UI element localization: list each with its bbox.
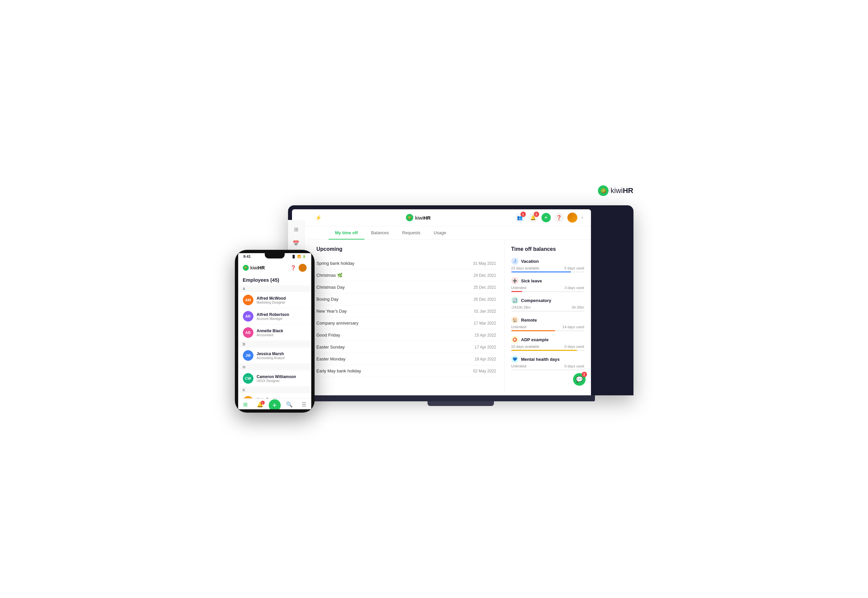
phone-nav-add-btn[interactable]: + <box>269 399 281 409</box>
event-date: 25 Dec 2021 <box>474 285 496 290</box>
event-date: 18 Apr 2022 <box>475 357 496 362</box>
event-row: Company anniversary 17 Mar 2022 <box>317 317 496 329</box>
phone-help-icon[interactable]: ❓ <box>290 265 296 271</box>
balance-icon: 🔄 <box>511 297 518 304</box>
balance-item: 🏖 Vacation 23 days available 5 days used <box>511 257 584 272</box>
phone-bottom-nav: ⊞ Dashboard 🔔 1 Notifications + 🔍 Search… <box>238 398 311 409</box>
balance-right: 0h 00m <box>572 305 584 309</box>
balance-item: 💙 Mental health days Unlimited 0 days us… <box>511 356 584 371</box>
phone-employee-item[interactable]: AM Alfred McWood Marketing Designer <box>238 292 311 308</box>
event-name: Easter Sunday <box>317 344 345 350</box>
balance-left: -2410h 28m <box>511 305 531 309</box>
phone-employee-item[interactable]: JM Jessica Marsh Accounting Analyst <box>238 347 311 364</box>
balance-stats: 10 days available 0 days used <box>511 344 584 348</box>
event-date: 02 May 2022 <box>473 369 496 374</box>
balance-fill <box>511 330 555 331</box>
emp-avatar-placeholder: AM <box>243 295 254 305</box>
bell-icon-btn[interactable]: 🔔 2 <box>528 212 538 223</box>
emp-name: Jessica Marsh <box>257 351 306 356</box>
phone-container: 9:41 ▐▌ 📶 🔋 🥝 kiwiHR ❓ <box>235 250 315 413</box>
phone-time: 9:41 <box>244 254 251 259</box>
event-date: 31 May 2021 <box>473 261 496 266</box>
event-name: Easter Monday <box>317 356 345 362</box>
balance-item: 🏠 Remote Unlimited 14 days used <box>511 316 584 331</box>
battery-icon: 🔋 <box>302 255 306 258</box>
phone-user-avatar[interactable] <box>299 264 306 272</box>
event-row: Christmas Day 25 Dec 2021 <box>317 281 496 293</box>
laptop-kiwi-icon: 🥝 <box>406 214 413 221</box>
event-name: Christmas 🌿 <box>317 273 342 278</box>
upcoming-section: Upcoming Spring bank holiday 31 May 2021… <box>309 239 505 392</box>
balance-bar <box>511 350 584 351</box>
phone-header: 🥝 kiwiHR ❓ <box>238 260 311 274</box>
event-date: 17 Apr 2022 <box>475 345 496 350</box>
balance-left: Unlimited <box>511 286 526 290</box>
balance-header: 💙 Mental health days <box>511 356 584 363</box>
balance-label: Remote <box>521 318 537 323</box>
balance-right: 14 days used <box>562 325 584 329</box>
balance-item: ➕ Sick leave Unlimited 3 days used <box>511 277 584 292</box>
event-date: 01 Jan 2022 <box>474 309 496 314</box>
phone-employee-item[interactable]: CW Cameron Williamson UI/UX Designer <box>238 371 311 387</box>
laptop-container: ⊞ 📅 👥 ⚡ 🥝 kiwiHR <box>288 205 633 406</box>
laptop-stand <box>427 401 494 406</box>
phone-nav-search[interactable]: 🔍 Search <box>282 401 297 409</box>
emp-avatar: AM <box>243 295 254 305</box>
phone-employee-item[interactable]: AR Alfred Robertson Account Manager <box>238 308 311 324</box>
balance-label: Mental health days <box>521 357 560 362</box>
emp-role: Accountant <box>257 333 306 337</box>
top-kiwi-icon: 🥝 <box>598 185 608 196</box>
balance-header: 🔄 Compensatory <box>511 297 584 304</box>
event-name: Boxing Day <box>317 297 339 302</box>
balance-item: ⭕ ADP example 10 days available 0 days u… <box>511 336 584 351</box>
balance-header: 🏠 Remote <box>511 316 584 324</box>
balance-stats: Unlimited 3 days used <box>511 286 584 290</box>
emp-avatar-placeholder: AR <box>243 311 254 321</box>
user-avatar[interactable] <box>568 212 577 223</box>
chat-badge: 2 <box>582 372 587 377</box>
add-button[interactable]: + <box>541 213 551 222</box>
event-row: New Year's Day 01 Jan 2022 <box>317 305 496 317</box>
phone-logo-text: kiwiHR <box>251 265 265 271</box>
event-row: Christmas 🌿 24 Dec 2021 <box>317 269 496 281</box>
tab-balances[interactable]: Balances <box>365 226 395 239</box>
tab-my-time-off[interactable]: My time off <box>329 226 365 239</box>
balance-fill <box>511 291 522 292</box>
balance-icon: 🏖 <box>511 257 518 265</box>
phone-nav-dashboard[interactable]: ⊞ Dashboard <box>238 401 253 409</box>
laptop-logo-text: kiwiHR <box>415 215 431 221</box>
event-name: Good Friday <box>317 333 341 338</box>
phone-employee-item[interactable]: KD Kyla Davidson HR Manager <box>238 393 311 398</box>
phone-employee-item[interactable]: AB Annette Black Accountant <box>238 324 311 341</box>
balance-stats: Unlimited 14 days used <box>511 325 584 329</box>
laptop-main-content: Upcoming Spring bank holiday 31 May 2021… <box>309 239 591 392</box>
phone-nav-label: Dashboard <box>239 409 252 409</box>
emp-info: Jessica Marsh Accounting Analyst <box>257 351 306 360</box>
people-icon-btn[interactable]: 👥 1 <box>515 212 525 223</box>
event-row: Good Friday 15 Apr 2022 <box>317 329 496 341</box>
balance-bar <box>511 291 584 292</box>
emp-role: Marketing Designer <box>257 300 306 304</box>
event-date: 24 Dec 2021 <box>474 273 496 278</box>
emp-name: Cameron Williamson <box>257 374 306 379</box>
balance-bar <box>511 369 584 371</box>
phone-nav-notifications[interactable]: 🔔 1 Notifications <box>253 401 267 409</box>
event-date: 15 Apr 2022 <box>475 333 496 338</box>
tab-requests[interactable]: Requests <box>396 226 427 239</box>
emp-name: Alfred McWood <box>257 296 306 300</box>
emp-avatar-placeholder: JM <box>243 350 254 361</box>
help-icon-btn[interactable]: ❓ <box>554 212 564 223</box>
sidebar-calendar-icon[interactable]: 📅 <box>292 239 301 248</box>
balance-bar <box>511 311 584 312</box>
phone-section-letter: A <box>238 286 311 292</box>
phone-nav-navigation[interactable]: ☰ Navigation <box>297 401 311 409</box>
phone-section-letter: H <box>238 364 311 371</box>
sidebar-grid-icon[interactable]: ⊞ <box>292 224 301 234</box>
phone-nav-add[interactable]: + <box>267 401 282 409</box>
balance-right: 0 days used <box>565 364 584 368</box>
emp-info: Annette Black Accountant <box>257 329 306 337</box>
tab-usage[interactable]: Usage <box>427 226 453 239</box>
laptop-base <box>288 395 595 401</box>
chat-bubble-btn[interactable]: 💬 2 <box>573 373 586 386</box>
balance-header: ⭕ ADP example <box>511 336 584 343</box>
